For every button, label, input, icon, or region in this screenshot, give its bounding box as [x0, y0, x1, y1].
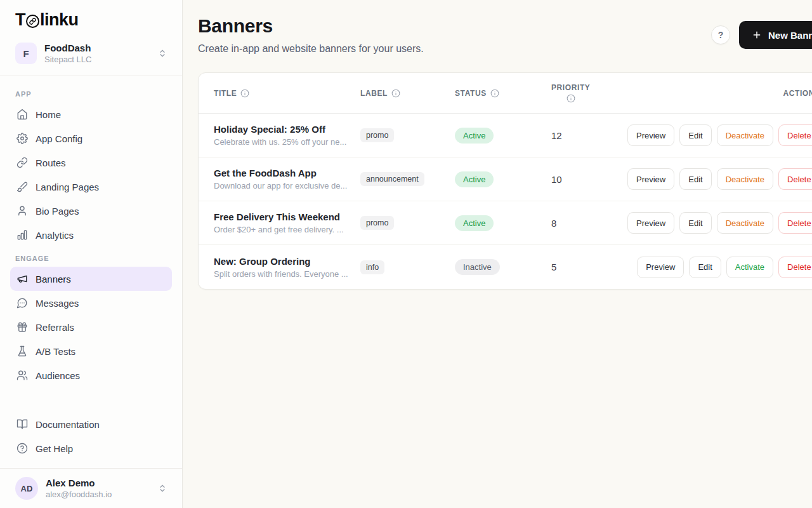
link-icon	[26, 15, 39, 28]
preview-button[interactable]: Preview	[627, 212, 674, 234]
actions-cell: PreviewEditDeactivateDelete	[627, 124, 812, 146]
sidebar-item-home[interactable]: Home	[10, 102, 172, 126]
workspace-avatar: F	[15, 43, 37, 64]
header-actions: ? New Banner	[711, 21, 812, 49]
user-menu[interactable]: AD Alex Demo alex@fooddash.io	[0, 469, 182, 508]
user-icon	[16, 205, 28, 217]
workspace-name: FoodDash	[44, 43, 91, 53]
table-row: Holiday Special: 25% OffCelebrate with u…	[199, 114, 812, 157]
brand-logo: T linku	[0, 0, 182, 35]
sidebar-item-banners[interactable]: Banners	[10, 267, 172, 291]
banner-subtitle: Order $20+ and get free delivery. ...	[214, 225, 348, 234]
edit-button[interactable]: Edit	[679, 212, 711, 234]
info-icon	[566, 94, 575, 103]
logo-text-suffix: linku	[40, 10, 79, 30]
deactivate-button[interactable]: Deactivate	[717, 124, 773, 146]
deactivate-button[interactable]: Deactivate	[717, 168, 773, 190]
banners-table-card: TITLELABELSTATUSPRIORITYACTIONS Holiday …	[198, 72, 812, 290]
edit-button[interactable]: Edit	[679, 124, 711, 146]
info-icon	[391, 89, 400, 98]
delete-button[interactable]: Delete	[778, 212, 812, 234]
app-root: T linku F FoodDash Sitepact LLC APPHomeA…	[0, 0, 812, 508]
priority-value: 8	[551, 218, 627, 229]
link-icon	[16, 157, 28, 168]
sidebar-item-messages[interactable]: Messages	[10, 291, 172, 315]
new-banner-label: New Banner	[768, 30, 812, 41]
edit-button[interactable]: Edit	[679, 168, 711, 190]
status-cell: Active	[455, 171, 551, 187]
sidebar-item-bio-pages[interactable]: Bio Pages	[10, 199, 172, 223]
sidebar-item-label: Documentation	[36, 419, 100, 430]
label-cell: announcement	[360, 172, 455, 186]
status-badge: Inactive	[455, 259, 500, 275]
activate-button[interactable]: Activate	[726, 257, 773, 278]
preview-button[interactable]: Preview	[627, 124, 674, 146]
label-chip: announcement	[360, 172, 424, 186]
bar-chart-icon	[16, 229, 28, 241]
status-cell: Active	[455, 128, 551, 144]
label-chip: promo	[360, 216, 394, 230]
user-email: alex@fooddash.io	[46, 490, 112, 499]
title-cell: New: Group OrderingSplit orders with fri…	[214, 256, 360, 279]
nav-section-label-app: APP	[10, 85, 172, 102]
edit-button[interactable]: Edit	[689, 257, 721, 278]
priority-value: 12	[551, 130, 627, 141]
banner-subtitle: Celebrate with us. 25% off your ne...	[214, 137, 348, 147]
workspace-org: Sitepact LLC	[44, 55, 91, 64]
delete-button[interactable]: Delete	[778, 257, 812, 278]
label-chip: info	[360, 260, 384, 274]
table-row: Free Delivery This WeekendOrder $20+ and…	[199, 201, 812, 245]
sidebar-item-label: Audiences	[36, 370, 80, 381]
sidebar-item-label: Analytics	[36, 230, 74, 241]
priority-value: 10	[551, 174, 627, 185]
title-cell: Get the FoodDash AppDownload our app for…	[214, 168, 360, 190]
page-subtitle: Create in-app and website banners for yo…	[198, 43, 424, 55]
table-body: Holiday Special: 25% OffCelebrate with u…	[199, 114, 812, 289]
preview-button[interactable]: Preview	[637, 257, 684, 278]
banner-subtitle: Split orders with friends. Everyone ...	[214, 269, 348, 279]
user-avatar: AD	[15, 477, 38, 500]
label-cell: promo	[360, 128, 455, 142]
home-icon	[16, 109, 28, 120]
priority-value: 5	[551, 262, 627, 272]
logo-text-prefix: T	[15, 10, 25, 30]
sidebar-item-landing-pages[interactable]: Landing Pages	[10, 175, 172, 199]
sidebar-item-documentation[interactable]: Documentation	[10, 412, 172, 436]
actions-cell: PreviewEditActivateDelete	[627, 257, 812, 278]
preview-button[interactable]: Preview	[627, 168, 674, 190]
new-banner-button[interactable]: New Banner	[739, 21, 812, 49]
sidebar: T linku F FoodDash Sitepact LLC APPHomeA…	[0, 0, 183, 508]
workspace-switcher[interactable]: F FoodDash Sitepact LLC	[0, 35, 182, 76]
nav-section-label-engage: ENGAGE	[10, 250, 172, 267]
gear-icon	[16, 133, 28, 144]
status-cell: Active	[455, 215, 551, 231]
brush-icon	[16, 181, 28, 192]
info-icon	[240, 89, 249, 98]
help-button[interactable]: ?	[711, 25, 730, 44]
column-label: TITLE	[214, 89, 237, 98]
user-name: Alex Demo	[46, 478, 112, 488]
delete-button[interactable]: Delete	[778, 168, 812, 190]
info-icon	[490, 89, 499, 98]
sidebar-item-label: App Config	[36, 133, 82, 144]
sidebar-item-a-b-tests[interactable]: A/B Tests	[10, 339, 172, 363]
deactivate-button[interactable]: Deactivate	[717, 212, 773, 234]
table-row: Get the FoodDash AppDownload our app for…	[199, 157, 812, 201]
sidebar-item-app-config[interactable]: App Config	[10, 126, 172, 150]
message-icon	[16, 297, 28, 309]
sidebar-item-get-help[interactable]: Get Help	[10, 436, 172, 460]
label-chip: promo	[360, 128, 394, 142]
status-badge: Active	[455, 215, 494, 231]
sidebar-item-referrals[interactable]: Referrals	[10, 315, 172, 339]
sidebar-item-audiences[interactable]: Audiences	[10, 363, 172, 387]
sidebar-item-label: Bio Pages	[36, 206, 79, 217]
title-cell: Free Delivery This WeekendOrder $20+ and…	[214, 211, 360, 234]
users-icon	[16, 370, 28, 381]
page-title: Banners	[198, 15, 424, 37]
plus-icon	[752, 30, 762, 40]
sidebar-item-routes[interactable]: Routes	[10, 150, 172, 175]
column-header-label: LABEL	[360, 89, 455, 98]
chevrons-up-down-icon	[158, 49, 167, 58]
sidebar-item-analytics[interactable]: Analytics	[10, 223, 172, 247]
delete-button[interactable]: Delete	[778, 124, 812, 146]
